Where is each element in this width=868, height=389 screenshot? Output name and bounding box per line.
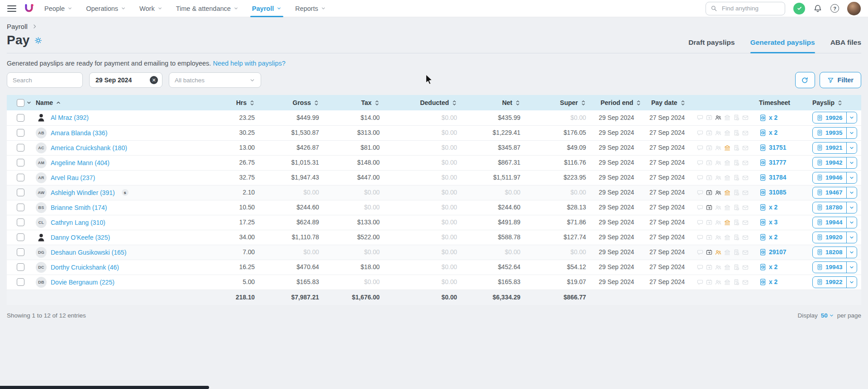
date-filter[interactable]: 29 Sep 2024 ✕ bbox=[89, 72, 162, 88]
timesheet-link[interactable]: 31784 bbox=[757, 174, 807, 181]
payslip-dropdown-toggle[interactable] bbox=[846, 172, 857, 183]
app-logo[interactable] bbox=[24, 3, 34, 14]
timesheet-link[interactable]: x 2 bbox=[757, 129, 807, 137]
nav-item-time-attendance[interactable]: Time & attendance bbox=[176, 0, 238, 17]
payslip-number[interactable]: 19942 bbox=[813, 157, 846, 168]
payslip-dropdown-toggle[interactable] bbox=[846, 262, 857, 273]
payslip-button[interactable]: 18780 bbox=[812, 202, 857, 213]
timesheet-link[interactable]: 29107 bbox=[757, 248, 807, 256]
row-checkbox[interactable] bbox=[17, 204, 24, 211]
timesheet-link[interactable]: 31085 bbox=[757, 189, 807, 196]
column-header-hrs[interactable]: Hrs bbox=[175, 95, 257, 110]
payslip-button[interactable]: 19943 bbox=[812, 261, 857, 273]
timesheet-link[interactable]: 31777 bbox=[757, 159, 807, 166]
timesheet-link[interactable]: x 2 bbox=[757, 263, 807, 271]
global-search-input[interactable] bbox=[721, 5, 775, 12]
breadcrumb-payroll-link[interactable]: Payroll bbox=[7, 23, 28, 30]
nav-item-payroll[interactable]: Payroll bbox=[252, 0, 281, 17]
payslip-number[interactable]: 19946 bbox=[813, 172, 846, 183]
horizontal-scrollbar[interactable] bbox=[0, 386, 209, 389]
row-checkbox[interactable] bbox=[17, 129, 24, 137]
employee-name-link[interactable]: Arvel Rau (237) bbox=[51, 174, 95, 181]
payslip-button[interactable]: 19922 bbox=[812, 276, 857, 288]
payslip-number[interactable]: 19935 bbox=[813, 128, 846, 138]
row-checkbox[interactable] bbox=[17, 233, 24, 241]
payslip-dropdown-toggle[interactable] bbox=[846, 247, 857, 258]
tab-generated-payslips[interactable]: Generated payslips bbox=[750, 38, 815, 53]
select-all-checkbox[interactable] bbox=[17, 99, 24, 107]
column-header-pay_date[interactable]: Pay date bbox=[645, 95, 691, 110]
payslip-button[interactable]: 19467 bbox=[812, 187, 857, 199]
nav-item-reports[interactable]: Reports bbox=[295, 0, 326, 17]
payslip-dropdown-toggle[interactable] bbox=[846, 217, 857, 228]
nav-item-people[interactable]: People bbox=[44, 0, 72, 17]
column-header-name[interactable]: Name bbox=[31, 95, 175, 110]
payslip-button[interactable]: 19946 bbox=[812, 172, 857, 184]
payslip-button[interactable]: 19935 bbox=[812, 127, 857, 139]
table-search-input[interactable] bbox=[7, 72, 83, 88]
payslip-dropdown-toggle[interactable] bbox=[846, 142, 857, 153]
payslip-number[interactable]: 19921 bbox=[813, 142, 846, 153]
refresh-button[interactable] bbox=[795, 72, 815, 88]
payslip-number[interactable]: 19467 bbox=[813, 187, 846, 198]
employee-name-link[interactable]: Angeline Mann (404) bbox=[51, 159, 110, 166]
column-header-tax[interactable]: Tax bbox=[321, 95, 382, 110]
payslip-number[interactable]: 19943 bbox=[813, 262, 846, 273]
column-header-net[interactable]: Net bbox=[459, 95, 522, 110]
payslip-button[interactable]: 19926 bbox=[812, 112, 857, 123]
payslip-button[interactable]: 19942 bbox=[812, 157, 857, 169]
payslip-dropdown-toggle[interactable] bbox=[846, 277, 857, 288]
row-checkbox[interactable] bbox=[17, 248, 24, 256]
notifications-bell-icon[interactable] bbox=[813, 4, 822, 13]
tab-aba-files[interactable]: ABA files bbox=[830, 38, 861, 53]
timesheet-link[interactable]: x 2 bbox=[757, 278, 807, 286]
employee-name-link[interactable]: Brianne Smith (174) bbox=[51, 204, 107, 211]
filter-button[interactable]: Filter bbox=[820, 72, 861, 88]
employee-name-link[interactable]: Dovie Bergnaum (225) bbox=[51, 279, 114, 286]
payslip-button[interactable]: 19944 bbox=[812, 217, 857, 228]
payslip-button[interactable]: 19921 bbox=[812, 142, 857, 154]
payslip-dropdown-toggle[interactable] bbox=[846, 187, 857, 198]
row-checkbox[interactable] bbox=[17, 278, 24, 286]
help-icon[interactable]: ? bbox=[830, 4, 839, 13]
payslip-number[interactable]: 19926 bbox=[813, 112, 846, 123]
column-header-deducted[interactable]: Deducted bbox=[382, 95, 459, 110]
payslip-dropdown-toggle[interactable] bbox=[846, 202, 857, 213]
global-search[interactable] bbox=[706, 2, 785, 15]
payslip-number[interactable]: 19922 bbox=[813, 277, 846, 288]
payslip-number[interactable]: 19920 bbox=[813, 232, 846, 243]
settings-gear-icon[interactable] bbox=[34, 37, 42, 44]
timesheet-link[interactable]: x 2 bbox=[757, 204, 807, 211]
clear-date-icon[interactable]: ✕ bbox=[150, 76, 158, 84]
employee-name-link[interactable]: America Cruickshank (180) bbox=[51, 144, 127, 152]
nav-item-operations[interactable]: Operations bbox=[86, 0, 126, 17]
timesheet-link[interactable]: 31751 bbox=[757, 144, 807, 152]
column-header-period_end[interactable]: Period end bbox=[588, 95, 645, 110]
row-checkbox[interactable] bbox=[17, 159, 24, 166]
employee-name-link[interactable]: Deshaun Gusikowski (165) bbox=[51, 249, 126, 256]
payslip-dropdown-toggle[interactable] bbox=[846, 232, 857, 243]
status-check-badge[interactable] bbox=[793, 3, 805, 14]
tab-draft-payslips[interactable]: Draft payslips bbox=[688, 38, 735, 53]
payslip-dropdown-toggle[interactable] bbox=[846, 128, 857, 138]
help-payslips-link[interactable]: Need help with payslips? bbox=[213, 60, 285, 67]
employee-name-link[interactable]: Al Mraz (392) bbox=[51, 114, 89, 121]
row-checkbox[interactable] bbox=[17, 144, 24, 152]
page-size-select[interactable]: 50 bbox=[821, 312, 834, 319]
user-avatar[interactable] bbox=[847, 2, 861, 15]
row-checkbox[interactable] bbox=[17, 114, 24, 122]
payslip-button[interactable]: 18208 bbox=[812, 247, 857, 258]
payslip-button[interactable]: 19920 bbox=[812, 232, 857, 243]
timesheet-link[interactable]: x 3 bbox=[757, 218, 807, 226]
row-checkbox[interactable] bbox=[17, 218, 24, 226]
batches-select[interactable]: All batches bbox=[169, 72, 261, 88]
row-checkbox[interactable] bbox=[17, 189, 24, 196]
row-checkbox[interactable] bbox=[17, 263, 24, 271]
column-header-payslip[interactable]: Payslip bbox=[809, 95, 861, 110]
row-checkbox[interactable] bbox=[17, 174, 24, 181]
column-header-super[interactable]: Super bbox=[522, 95, 588, 110]
timesheet-link[interactable]: x 2 bbox=[757, 233, 807, 241]
chevron-down-icon[interactable] bbox=[26, 100, 32, 105]
hamburger-menu-icon[interactable] bbox=[7, 5, 16, 12]
employee-name-link[interactable]: Amara Blanda (336) bbox=[51, 129, 107, 137]
